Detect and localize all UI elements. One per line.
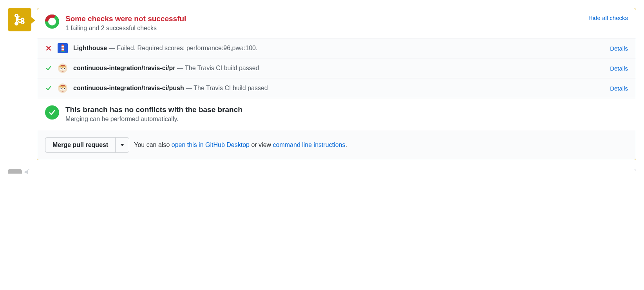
svg-rect-6 xyxy=(62,46,64,47)
checks-panel: Some checks were not successful 1 failin… xyxy=(37,8,636,160)
check-message: The Travis CI build passed xyxy=(185,65,259,71)
check-context: Lighthouse xyxy=(73,45,107,51)
travis-app-icon xyxy=(58,63,68,73)
svg-rect-19 xyxy=(61,85,65,86)
svg-point-16 xyxy=(64,68,65,69)
svg-point-23 xyxy=(64,88,65,89)
status-fail-icon xyxy=(45,45,52,52)
checks-summary-subtitle: 1 failing and 2 successful checks xyxy=(65,25,582,32)
check-row: Lighthouse — Failed. Required scores: pe… xyxy=(37,38,636,58)
hide-all-checks-link[interactable]: Hide all checks xyxy=(588,14,628,21)
svg-point-15 xyxy=(61,68,62,69)
svg-rect-9 xyxy=(61,51,65,52)
check-text: continuous-integration/travis-ci/push — … xyxy=(73,85,604,92)
svg-point-2 xyxy=(21,18,24,21)
svg-marker-8 xyxy=(62,44,64,45)
lighthouse-app-icon xyxy=(58,43,68,53)
no-conflicts-icon xyxy=(45,105,59,120)
check-message: Failed. Required scores: performance:96,… xyxy=(117,45,257,51)
check-row: continuous-integration/travis-ci/pr — Th… xyxy=(37,58,636,78)
check-details-link[interactable]: Details xyxy=(610,45,628,52)
command-line-link[interactable]: command line instructions xyxy=(273,141,346,148)
merge-button-group: Merge pull request xyxy=(45,137,129,153)
merge-section: Merge pull request You can also open thi… xyxy=(37,130,636,160)
comment-box-stub xyxy=(8,169,636,174)
checks-list: Lighthouse — Failed. Required scores: pe… xyxy=(37,38,636,98)
merge-status-badge xyxy=(8,8,31,31)
merge-hint-text: You can also open this in GitHub Desktop… xyxy=(134,141,347,149)
svg-rect-5 xyxy=(62,45,64,51)
check-context: continuous-integration/travis-ci/pr xyxy=(73,65,175,71)
svg-point-0 xyxy=(15,14,18,17)
check-details-link[interactable]: Details xyxy=(610,85,628,92)
status-pass-icon xyxy=(45,65,52,72)
travis-app-icon xyxy=(58,83,68,93)
checks-donut-icon xyxy=(45,14,59,29)
conflicts-title: This branch has no conflicts with the ba… xyxy=(65,105,628,114)
comment-input-stub[interactable] xyxy=(27,169,636,174)
caret-down-icon xyxy=(120,144,124,146)
conflicts-section: This branch has no conflicts with the ba… xyxy=(37,98,636,130)
svg-rect-12 xyxy=(61,65,65,66)
merge-pull-request-button[interactable]: Merge pull request xyxy=(45,137,115,153)
check-message: The Travis CI build passed xyxy=(194,85,268,91)
check-text: Lighthouse — Failed. Required scores: pe… xyxy=(73,45,604,52)
check-context: continuous-integration/travis-ci/push xyxy=(73,85,184,91)
git-merge-icon xyxy=(13,13,26,26)
check-row: continuous-integration/travis-ci/push — … xyxy=(37,78,636,98)
check-details-link[interactable]: Details xyxy=(610,65,628,72)
svg-point-22 xyxy=(61,88,62,89)
merge-dropdown-button[interactable] xyxy=(115,137,129,153)
conflicts-subtitle: Merging can be performed automatically. xyxy=(65,116,628,123)
checks-summary-title: Some checks were not successful xyxy=(65,14,582,23)
check-text: continuous-integration/travis-ci/pr — Th… xyxy=(73,65,604,72)
status-pass-icon xyxy=(45,85,52,92)
svg-rect-7 xyxy=(62,49,64,50)
open-desktop-link[interactable]: open this in GitHub Desktop xyxy=(172,141,250,148)
checks-summary-header: Some checks were not successful 1 failin… xyxy=(37,8,636,38)
avatar-stub xyxy=(8,169,22,174)
